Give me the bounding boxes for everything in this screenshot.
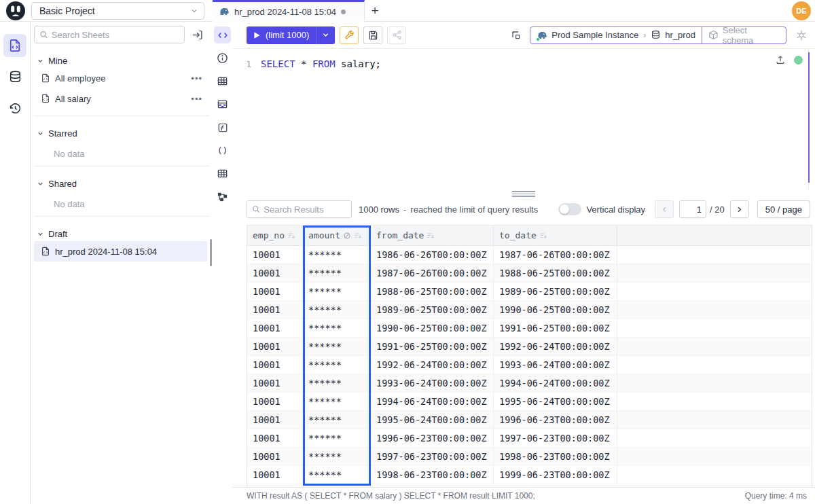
page-size-select[interactable]: 50 / page [757, 200, 810, 218]
table-cell-amount[interactable]: ****** [303, 338, 371, 356]
sheet-item-draft-selected[interactable]: hr_prod 2024-11-08 15:04 [34, 241, 207, 262]
table-cell-from_date[interactable]: 1989-06-25T00:00:00Z [371, 301, 494, 319]
table-cell-from_date[interactable]: 1992-06-24T00:00:00Z [371, 356, 494, 374]
sheet-item-all-employee[interactable]: All employee ••• [34, 68, 209, 88]
import-sheet-button[interactable] [189, 26, 205, 43]
table-cell-amount[interactable]: ****** [303, 448, 371, 466]
column-header-from_date[interactable]: from_date [371, 226, 494, 245]
table-cell-amount[interactable]: ****** [303, 283, 371, 301]
user-avatar[interactable]: DE [792, 1, 811, 20]
vertical-display-toggle[interactable] [558, 203, 581, 215]
schema-selector[interactable]: Select schema [702, 27, 786, 43]
sheet-item-all-salary[interactable]: All salary ••• [34, 88, 209, 109]
column-header-amount[interactable]: amount [303, 226, 371, 245]
code-line-1[interactable]: 1 SELECT * FROM salary; [232, 57, 815, 71]
format-sql-button[interactable] [340, 26, 359, 44]
table-cell-amount[interactable]: ****** [303, 466, 371, 484]
table-cell-amount[interactable]: ****** [303, 374, 371, 393]
table-row[interactable]: 10001******1998-06-23T00:00:00Z1999-06-2… [247, 466, 812, 484]
table-cell-from_date[interactable]: 1995-06-24T00:00:00Z [371, 411, 494, 429]
rail-database-button[interactable] [3, 65, 26, 88]
rail-worksheet-button[interactable] [3, 34, 26, 57]
table-cell-emp_no[interactable]: 10001 [247, 466, 303, 484]
table-cell-to_date[interactable]: 1987-06-26T00:00:00Z [494, 246, 617, 264]
table-cell-from_date[interactable]: 1990-06-25T00:00:00Z [371, 319, 494, 338]
run-main[interactable]: (limit 1000) [247, 30, 316, 40]
table-cell-to_date[interactable]: 1995-06-24T00:00:00Z [494, 393, 617, 411]
table-cell-to_date[interactable]: 1988-06-25T00:00:00Z [494, 264, 617, 283]
table-cell-amount[interactable]: ****** [303, 356, 371, 374]
panel-splitter[interactable] [232, 190, 815, 198]
next-page-button[interactable] [730, 200, 749, 218]
table-cell-from_date[interactable]: 1993-06-24T00:00:00Z [371, 374, 494, 393]
share-sheet-button[interactable] [387, 26, 406, 44]
ai-assistant-button[interactable] [792, 26, 811, 44]
table-row[interactable]: 10001******1995-06-24T00:00:00Z1996-06-2… [247, 411, 812, 429]
table-cell-amount[interactable]: ****** [303, 301, 371, 319]
section-header-starred[interactable]: Starred [37, 126, 209, 141]
item-menu-icon[interactable]: ••• [191, 73, 202, 84]
table-cell-to_date[interactable]: 1994-06-24T00:00:00Z [494, 374, 617, 393]
table-cell-emp_no[interactable]: 10001 [247, 374, 303, 393]
table-row[interactable]: 10001******1997-06-23T00:00:00Z1998-06-2… [247, 448, 812, 466]
table-cell-from_date[interactable]: 1987-06-26T00:00:00Z [371, 264, 494, 283]
column-header-to_date[interactable]: to_date [494, 226, 617, 245]
item-menu-icon[interactable]: ••• [191, 94, 202, 104]
strip-schema-diagram-button[interactable] [214, 188, 231, 205]
table-cell-emp_no[interactable]: 10001 [247, 246, 303, 264]
column-header-emp_no[interactable]: emp_no [247, 226, 303, 245]
strip-table-partition-button[interactable] [214, 96, 231, 113]
table-cell-emp_no[interactable]: 10001 [247, 393, 303, 411]
table-cell-emp_no[interactable]: 10001 [247, 319, 303, 338]
table-cell-to_date[interactable]: 1997-06-23T00:00:00Z [494, 429, 617, 448]
table-row[interactable]: 10001******1993-06-24T00:00:00Z1994-06-2… [247, 374, 812, 393]
table-row[interactable]: 10001******1988-06-25T00:00:00Z1989-06-2… [247, 283, 812, 301]
table-cell-amount[interactable]: ****** [303, 264, 371, 283]
strip-info-button[interactable] [214, 50, 231, 67]
table-cell-to_date[interactable]: 1996-06-23T00:00:00Z [494, 411, 617, 429]
table-cell-emp_no[interactable]: 10001 [247, 448, 303, 466]
table-cell-emp_no[interactable]: 10001 [247, 338, 303, 356]
section-header-mine[interactable]: Mine [37, 53, 209, 68]
table-cell-to_date[interactable]: 1999-06-23T00:00:00Z [494, 466, 617, 484]
table-cell-amount[interactable]: ****** [303, 393, 371, 411]
rail-history-button[interactable] [3, 96, 26, 120]
table-cell-to_date[interactable]: 1991-06-25T00:00:00Z [494, 319, 617, 338]
strip-code-button[interactable] [214, 26, 231, 43]
instance-database-selector[interactable]: Prod Sample Instance › hr_prod [530, 27, 702, 43]
table-cell-amount[interactable]: ****** [303, 246, 371, 264]
table-cell-to_date[interactable]: 1990-06-25T00:00:00Z [494, 301, 617, 319]
table-cell-from_date[interactable]: 1986-06-26T00:00:00Z [371, 246, 494, 264]
table-cell-emp_no[interactable]: 10001 [247, 264, 303, 283]
section-header-draft[interactable]: Draft [37, 226, 209, 241]
strip-procedures-button[interactable]: () [214, 142, 231, 159]
table-cell-to_date[interactable]: 1992-06-24T00:00:00Z [494, 338, 617, 356]
table-cell-from_date[interactable]: 1997-06-23T00:00:00Z [371, 448, 494, 466]
page-number-input[interactable] [679, 200, 706, 218]
table-cell-from_date[interactable]: 1988-06-25T00:00:00Z [371, 283, 494, 301]
table-cell-amount[interactable]: ****** [303, 411, 371, 429]
table-row[interactable]: 10001******1994-06-24T00:00:00Z1995-06-2… [247, 393, 812, 411]
table-cell-from_date[interactable]: 1998-06-23T00:00:00Z [371, 466, 494, 484]
upload-icon[interactable] [775, 54, 786, 65]
run-query-button[interactable]: (limit 1000) [247, 26, 335, 44]
save-sheet-button[interactable] [363, 26, 382, 44]
table-cell-amount[interactable]: ****** [303, 429, 371, 448]
table-row[interactable]: 10001******1991-06-25T00:00:00Z1992-06-2… [247, 338, 812, 356]
table-row[interactable]: 10001******1990-06-25T00:00:00Z1991-06-2… [247, 319, 812, 338]
project-select[interactable]: Basic Project [31, 2, 204, 20]
strip-views-button[interactable] [214, 165, 231, 182]
table-row[interactable]: 10001******1992-06-24T00:00:00Z1993-06-2… [247, 356, 812, 374]
tab-hr-prod[interactable]: hr_prod 2024-11-08 15:04 [213, 0, 365, 22]
table-cell-from_date[interactable]: 1996-06-23T00:00:00Z [371, 429, 494, 448]
table-cell-amount[interactable]: ****** [303, 319, 371, 338]
run-options-button[interactable] [316, 26, 335, 44]
table-cell-from_date[interactable]: 1991-06-25T00:00:00Z [371, 338, 494, 356]
table-cell-emp_no[interactable]: 10001 [247, 411, 303, 429]
table-row[interactable]: 10001******1989-06-25T00:00:00Z1990-06-2… [247, 301, 812, 319]
app-logo[interactable] [0, 0, 31, 21]
table-row[interactable]: 10001******1987-06-26T00:00:00Z1988-06-2… [247, 264, 812, 283]
batch-mode-button[interactable] [507, 26, 524, 43]
strip-functions-button[interactable] [214, 119, 231, 136]
table-cell-emp_no[interactable]: 10001 [247, 356, 303, 374]
